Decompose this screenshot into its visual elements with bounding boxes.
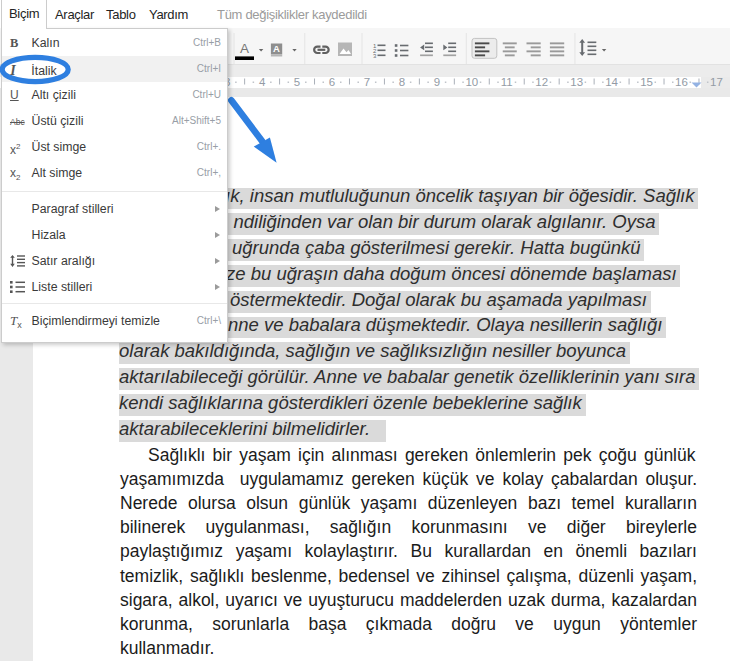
svg-text:İtalik: İtalik xyxy=(31,64,57,78)
svg-text:4: 4 xyxy=(259,76,266,88)
svg-text:5: 5 xyxy=(294,76,300,88)
svg-text:11: 11 xyxy=(501,76,513,88)
svg-text:13: 13 xyxy=(570,76,583,88)
svg-text:10: 10 xyxy=(465,76,478,88)
svg-text:9: 9 xyxy=(434,76,440,88)
svg-text:14: 14 xyxy=(605,76,618,88)
svg-text:A: A xyxy=(240,41,249,56)
svg-text:12: 12 xyxy=(535,76,548,88)
svg-text:15: 15 xyxy=(640,76,653,88)
svg-text:7: 7 xyxy=(364,76,370,88)
svg-text:17: 17 xyxy=(710,76,723,88)
svg-text:16: 16 xyxy=(675,76,688,88)
svg-text:A: A xyxy=(273,43,280,54)
svg-text:8: 8 xyxy=(399,76,405,88)
svg-text:3: 3 xyxy=(373,53,377,59)
svg-text:6: 6 xyxy=(329,76,335,88)
svg-text:I: I xyxy=(9,63,16,78)
